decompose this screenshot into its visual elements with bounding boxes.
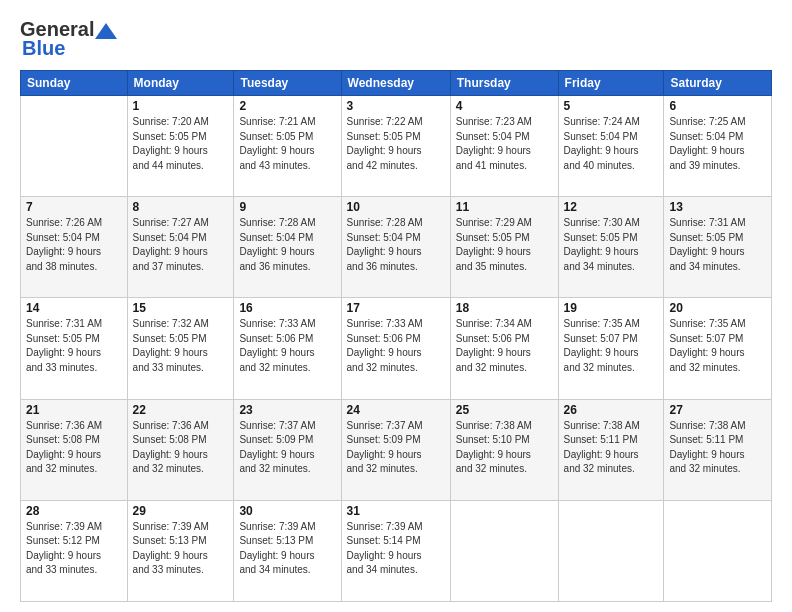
day-info: Sunrise: 7:39 AM Sunset: 5:14 PM Dayligh… [347,520,445,578]
day-info: Sunrise: 7:31 AM Sunset: 5:05 PM Dayligh… [669,216,766,274]
calendar-cell: 9Sunrise: 7:28 AM Sunset: 5:04 PM Daylig… [234,197,341,298]
day-number: 18 [456,301,553,315]
day-number: 14 [26,301,122,315]
day-info: Sunrise: 7:29 AM Sunset: 5:05 PM Dayligh… [456,216,553,274]
day-number: 10 [347,200,445,214]
logo-blue-text: Blue [22,37,65,60]
day-info: Sunrise: 7:35 AM Sunset: 5:07 PM Dayligh… [564,317,659,375]
week-row-1: 1Sunrise: 7:20 AM Sunset: 5:05 PM Daylig… [21,96,772,197]
day-info: Sunrise: 7:21 AM Sunset: 5:05 PM Dayligh… [239,115,335,173]
weekday-wednesday: Wednesday [341,71,450,96]
weekday-monday: Monday [127,71,234,96]
svg-marker-0 [95,23,117,39]
day-info: Sunrise: 7:27 AM Sunset: 5:04 PM Dayligh… [133,216,229,274]
day-info: Sunrise: 7:36 AM Sunset: 5:08 PM Dayligh… [26,419,122,477]
logo-icon [95,23,117,39]
day-number: 8 [133,200,229,214]
day-info: Sunrise: 7:37 AM Sunset: 5:09 PM Dayligh… [347,419,445,477]
day-number: 3 [347,99,445,113]
calendar-cell: 6Sunrise: 7:25 AM Sunset: 5:04 PM Daylig… [664,96,772,197]
day-info: Sunrise: 7:32 AM Sunset: 5:05 PM Dayligh… [133,317,229,375]
day-number: 29 [133,504,229,518]
day-number: 28 [26,504,122,518]
day-number: 7 [26,200,122,214]
calendar-cell: 13Sunrise: 7:31 AM Sunset: 5:05 PM Dayli… [664,197,772,298]
calendar-cell: 19Sunrise: 7:35 AM Sunset: 5:07 PM Dayli… [558,298,664,399]
day-info: Sunrise: 7:28 AM Sunset: 5:04 PM Dayligh… [347,216,445,274]
day-info: Sunrise: 7:38 AM Sunset: 5:10 PM Dayligh… [456,419,553,477]
calendar-cell: 12Sunrise: 7:30 AM Sunset: 5:05 PM Dayli… [558,197,664,298]
day-info: Sunrise: 7:35 AM Sunset: 5:07 PM Dayligh… [669,317,766,375]
day-number: 16 [239,301,335,315]
calendar-cell: 20Sunrise: 7:35 AM Sunset: 5:07 PM Dayli… [664,298,772,399]
day-number: 31 [347,504,445,518]
logo: General Blue [20,18,117,60]
calendar-cell: 22Sunrise: 7:36 AM Sunset: 5:08 PM Dayli… [127,399,234,500]
calendar-cell: 27Sunrise: 7:38 AM Sunset: 5:11 PM Dayli… [664,399,772,500]
calendar-cell: 8Sunrise: 7:27 AM Sunset: 5:04 PM Daylig… [127,197,234,298]
weekday-thursday: Thursday [450,71,558,96]
day-number: 22 [133,403,229,417]
calendar-cell: 1Sunrise: 7:20 AM Sunset: 5:05 PM Daylig… [127,96,234,197]
day-number: 24 [347,403,445,417]
calendar-cell: 18Sunrise: 7:34 AM Sunset: 5:06 PM Dayli… [450,298,558,399]
day-number: 30 [239,504,335,518]
calendar-cell [450,500,558,601]
day-number: 12 [564,200,659,214]
day-info: Sunrise: 7:28 AM Sunset: 5:04 PM Dayligh… [239,216,335,274]
day-info: Sunrise: 7:36 AM Sunset: 5:08 PM Dayligh… [133,419,229,477]
week-row-4: 21Sunrise: 7:36 AM Sunset: 5:08 PM Dayli… [21,399,772,500]
day-number: 21 [26,403,122,417]
calendar-cell: 28Sunrise: 7:39 AM Sunset: 5:12 PM Dayli… [21,500,128,601]
calendar-cell: 26Sunrise: 7:38 AM Sunset: 5:11 PM Dayli… [558,399,664,500]
weekday-saturday: Saturday [664,71,772,96]
calendar-cell: 5Sunrise: 7:24 AM Sunset: 5:04 PM Daylig… [558,96,664,197]
day-number: 13 [669,200,766,214]
day-info: Sunrise: 7:25 AM Sunset: 5:04 PM Dayligh… [669,115,766,173]
day-info: Sunrise: 7:34 AM Sunset: 5:06 PM Dayligh… [456,317,553,375]
calendar-cell: 24Sunrise: 7:37 AM Sunset: 5:09 PM Dayli… [341,399,450,500]
calendar-cell: 23Sunrise: 7:37 AM Sunset: 5:09 PM Dayli… [234,399,341,500]
day-number: 17 [347,301,445,315]
day-number: 6 [669,99,766,113]
week-row-3: 14Sunrise: 7:31 AM Sunset: 5:05 PM Dayli… [21,298,772,399]
week-row-2: 7Sunrise: 7:26 AM Sunset: 5:04 PM Daylig… [21,197,772,298]
calendar-cell: 3Sunrise: 7:22 AM Sunset: 5:05 PM Daylig… [341,96,450,197]
day-number: 2 [239,99,335,113]
day-info: Sunrise: 7:39 AM Sunset: 5:13 PM Dayligh… [239,520,335,578]
weekday-friday: Friday [558,71,664,96]
day-info: Sunrise: 7:37 AM Sunset: 5:09 PM Dayligh… [239,419,335,477]
calendar-cell: 14Sunrise: 7:31 AM Sunset: 5:05 PM Dayli… [21,298,128,399]
day-info: Sunrise: 7:38 AM Sunset: 5:11 PM Dayligh… [669,419,766,477]
calendar-cell: 15Sunrise: 7:32 AM Sunset: 5:05 PM Dayli… [127,298,234,399]
calendar-cell [558,500,664,601]
calendar-table: SundayMondayTuesdayWednesdayThursdayFrid… [20,70,772,602]
day-number: 27 [669,403,766,417]
day-info: Sunrise: 7:30 AM Sunset: 5:05 PM Dayligh… [564,216,659,274]
calendar-cell: 11Sunrise: 7:29 AM Sunset: 5:05 PM Dayli… [450,197,558,298]
page: General Blue SundayMondayTuesdayWednesda… [0,0,792,612]
calendar-cell [21,96,128,197]
calendar-cell: 30Sunrise: 7:39 AM Sunset: 5:13 PM Dayli… [234,500,341,601]
calendar-cell: 21Sunrise: 7:36 AM Sunset: 5:08 PM Dayli… [21,399,128,500]
day-number: 4 [456,99,553,113]
day-info: Sunrise: 7:23 AM Sunset: 5:04 PM Dayligh… [456,115,553,173]
day-number: 1 [133,99,229,113]
day-info: Sunrise: 7:31 AM Sunset: 5:05 PM Dayligh… [26,317,122,375]
calendar-cell: 4Sunrise: 7:23 AM Sunset: 5:04 PM Daylig… [450,96,558,197]
calendar-cell: 25Sunrise: 7:38 AM Sunset: 5:10 PM Dayli… [450,399,558,500]
day-number: 9 [239,200,335,214]
day-number: 23 [239,403,335,417]
day-number: 15 [133,301,229,315]
day-number: 20 [669,301,766,315]
calendar-cell: 16Sunrise: 7:33 AM Sunset: 5:06 PM Dayli… [234,298,341,399]
day-info: Sunrise: 7:33 AM Sunset: 5:06 PM Dayligh… [347,317,445,375]
day-number: 19 [564,301,659,315]
day-info: Sunrise: 7:33 AM Sunset: 5:06 PM Dayligh… [239,317,335,375]
calendar-cell: 7Sunrise: 7:26 AM Sunset: 5:04 PM Daylig… [21,197,128,298]
calendar-cell: 2Sunrise: 7:21 AM Sunset: 5:05 PM Daylig… [234,96,341,197]
calendar-cell: 10Sunrise: 7:28 AM Sunset: 5:04 PM Dayli… [341,197,450,298]
weekday-header-row: SundayMondayTuesdayWednesdayThursdayFrid… [21,71,772,96]
header: General Blue [20,18,772,60]
calendar-cell: 29Sunrise: 7:39 AM Sunset: 5:13 PM Dayli… [127,500,234,601]
